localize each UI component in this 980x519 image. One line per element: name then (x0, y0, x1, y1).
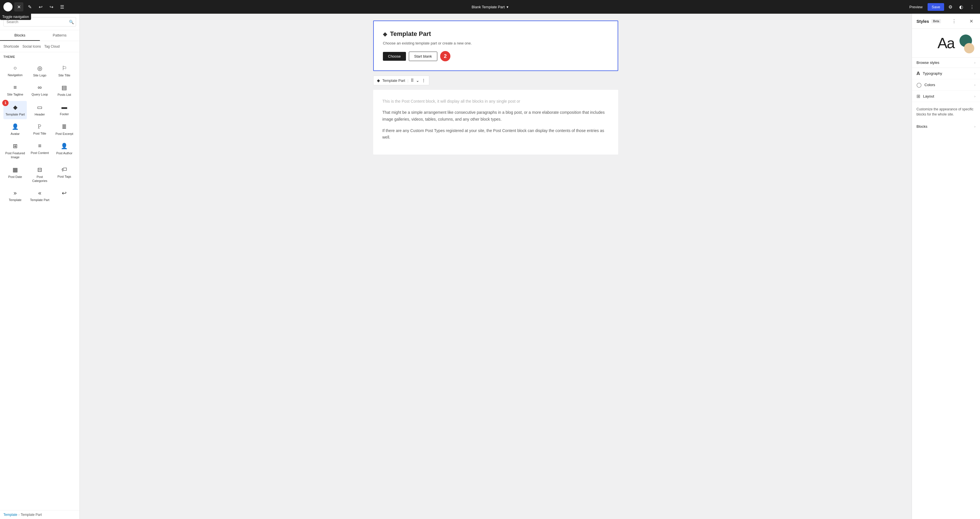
template-part-header: ◆ Template Part (383, 30, 609, 38)
query-loop-icon: ∞ (38, 84, 41, 91)
template-part-actions: Choose Start blank 2 (383, 51, 609, 61)
template-icon: » (14, 190, 17, 196)
wp-logo[interactable]: W (3, 2, 13, 11)
typography-icon: 𝗔 (916, 71, 920, 76)
top-bar: W ✕ ✎ ↩ ↪ ☰ Blank Template Part ▾ Previe… (0, 0, 980, 14)
browse-styles-item[interactable]: Browse styles › (912, 57, 980, 68)
block-query-loop[interactable]: ∞ Query Loop (28, 81, 51, 99)
subtab-social-icons[interactable]: Social Icons (22, 43, 41, 50)
block-post-excerpt[interactable]: ≣ Post Excerpt (53, 120, 76, 139)
toggle-navigation-tooltip: Toggle navigation (0, 14, 31, 20)
template-part-card-title: Template Part (390, 30, 431, 38)
avatar-icon: 👤 (12, 123, 19, 130)
site-logo-label: Site Logo (33, 73, 46, 77)
avatar-label: Avatar (11, 132, 20, 136)
redo-button[interactable]: ↪ (47, 2, 56, 11)
layout-arrow: › (974, 94, 975, 98)
breadcrumb-template[interactable]: Template (3, 513, 18, 517)
panel-item-colors[interactable]: ◯ Colors › (912, 79, 980, 91)
content-para-1: That might be a simple arrangement like … (382, 109, 609, 123)
block-template-part[interactable]: 1 ◆ Template Part (3, 101, 27, 119)
start-blank-button[interactable]: Start blank (409, 52, 437, 61)
block-post-author[interactable]: 👤 Post Author (53, 140, 76, 162)
blocks-item[interactable]: Blocks › (912, 121, 980, 131)
post-content-icon: ≡ (38, 142, 41, 149)
block-avatar[interactable]: 👤 Avatar (3, 120, 27, 139)
search-icon[interactable]: 🔍 (69, 20, 74, 24)
panel-description: Customize the appearance of specific blo… (912, 102, 980, 121)
colors-arrow: › (974, 83, 975, 87)
toolbar-separator: | (407, 78, 408, 83)
settings-icon[interactable]: ⚙ (946, 2, 955, 11)
header-icon: ▭ (37, 104, 43, 111)
canvas-area: ◆ Template Part Choose an existing templ… (80, 14, 912, 519)
close-button[interactable]: ✕ (14, 2, 23, 11)
top-bar-center: Blank Template Part ▾ (471, 5, 508, 9)
block-post-tags[interactable]: 🏷 Post Tags (53, 163, 76, 186)
post-date-icon: ▦ (13, 166, 18, 173)
save-button[interactable]: Save (928, 3, 944, 11)
toolbar-arrow-button[interactable]: ⌄ (416, 78, 419, 83)
block-post-content[interactable]: ≡ Post Content (28, 140, 51, 162)
breadcrumb-template-part: Template Part (21, 513, 42, 517)
template-part-toolbar-wrap: ◆ Template Part | ⠿ ⌄ ⋮ (373, 75, 618, 85)
blocks-grid: ○ Navigation ◎ Site Logo ⚐ Site Title ≡ … (0, 60, 80, 207)
styles-label: Styles (916, 19, 929, 24)
subtab-shortcode[interactable]: Shortcode (3, 43, 19, 50)
theme-section-label: THEME (0, 52, 80, 60)
page-title-button[interactable]: Blank Template Part ▾ (471, 5, 508, 9)
color-circle-light (964, 43, 974, 53)
panel-close-button[interactable]: ✕ (967, 17, 975, 25)
posts-list-label: Posts List (57, 93, 71, 97)
footer-label: Footer (60, 112, 69, 116)
preview-button[interactable]: Preview (906, 3, 926, 11)
block-site-tagline[interactable]: ≡ Site Tagline (3, 81, 27, 99)
block-template[interactable]: » Template (3, 187, 27, 205)
template-part-2-label: Template Part (30, 198, 49, 202)
site-logo-icon: ◎ (37, 65, 42, 72)
choose-button[interactable]: Choose (383, 52, 406, 61)
site-tagline-icon: ≡ (13, 84, 17, 91)
layout-label: Layout (923, 94, 934, 98)
tab-blocks[interactable]: Blocks (0, 30, 40, 41)
block-footer[interactable]: ▬ Footer (53, 101, 76, 119)
block-misc[interactable]: ↩ (53, 187, 76, 205)
template-part-card-icon: ◆ (383, 30, 387, 37)
template-part-card-desc: Choose an existing template part or crea… (383, 41, 609, 45)
undo-button[interactable]: ↩ (36, 2, 45, 11)
block-header[interactable]: ▭ Header (28, 101, 51, 119)
typography-label: Typography (923, 71, 942, 75)
block-template-part-2[interactable]: « Template Part (28, 187, 51, 205)
block-site-title[interactable]: ⚐ Site Title (53, 62, 76, 80)
block-post-date[interactable]: ▦ Post Date (3, 163, 27, 186)
template-part-toolbar: ◆ Template Part | ⠿ ⌄ ⋮ (373, 75, 429, 85)
block-post-title[interactable]: 𝙿 Post Title (28, 120, 51, 139)
colors-label: Colors (924, 83, 935, 87)
style-preview: Aa (912, 29, 980, 57)
template-label: Template (9, 198, 22, 202)
post-date-label: Post Date (8, 175, 22, 179)
more-options-icon[interactable]: ⋮ (967, 2, 977, 11)
subtab-tag-cloud[interactable]: Tag Cloud (44, 43, 60, 50)
blocks-arrow: › (974, 125, 975, 129)
block-post-featured-image[interactable]: ⊞ Post Featured Image (3, 140, 27, 162)
sidebar-tabs: Blocks Patterns (0, 30, 80, 41)
panel-more-button[interactable]: ⋮ (950, 17, 958, 25)
block-site-logo[interactable]: ◎ Site Logo (28, 62, 51, 80)
post-content-label: Post Content (31, 151, 49, 155)
post-featured-image-icon: ⊞ (13, 142, 18, 149)
block-post-categories[interactable]: ⊟ Post Categories (28, 163, 51, 186)
post-excerpt-icon: ≣ (62, 123, 67, 130)
block-posts-list[interactable]: ▤ Posts List (53, 81, 76, 99)
list-view-button[interactable]: ☰ (57, 2, 67, 11)
tab-patterns[interactable]: Patterns (40, 30, 80, 41)
panel-item-typography[interactable]: 𝗔 Typography › (912, 68, 980, 79)
theme-icon[interactable]: ◐ (957, 2, 966, 11)
panel-item-layout[interactable]: ⊞ Layout › (912, 91, 980, 102)
edit-icon[interactable]: ✎ (25, 2, 34, 11)
toolbar-more-button[interactable]: ⋮ (422, 78, 426, 83)
top-bar-right: Preview Save ⚙ ◐ ⋮ (906, 2, 977, 11)
toolbar-drag-handle[interactable]: ⠿ (411, 78, 414, 83)
block-navigation[interactable]: ○ Navigation (3, 62, 27, 80)
toolbar-label: Template Part (382, 78, 405, 83)
